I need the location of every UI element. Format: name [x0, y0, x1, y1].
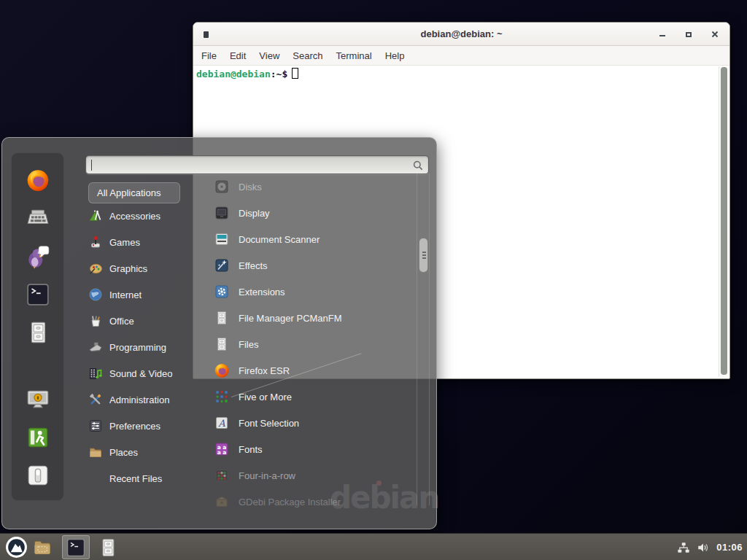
- category-label: All Applications: [97, 187, 160, 198]
- category-programming[interactable]: Programming: [88, 334, 205, 360]
- display-icon: [214, 205, 230, 221]
- terminal-scrollbar-thumb[interactable]: [721, 67, 727, 375]
- five-or-more-icon: [214, 389, 230, 405]
- terminal-scrollbar[interactable]: [719, 66, 727, 377]
- prompt-path: :~$: [271, 69, 287, 79]
- gdebi-icon: [214, 494, 230, 510]
- lock-screen-icon: [26, 387, 50, 412]
- taskbar-file-cabinet[interactable]: [96, 536, 120, 559]
- internet-icon: [88, 287, 103, 302]
- menu-scrollbar-thumb[interactable]: [419, 238, 428, 273]
- category-recent-files[interactable]: Recent Files: [88, 465, 205, 491]
- category-all-applications[interactable]: All Applications: [88, 182, 180, 203]
- firefox-icon: [214, 362, 230, 378]
- terminal-icon: [26, 282, 50, 307]
- menu-terminal[interactable]: Terminal: [330, 46, 379, 66]
- shell-prompt: debian@debian:~$: [196, 68, 298, 79]
- desktop: debian debian@debian: ~ File Edit View S…: [0, 0, 747, 560]
- app-extensions[interactable]: Extensions: [214, 279, 406, 305]
- favorite-quit[interactable]: [26, 463, 50, 488]
- category-places[interactable]: Places: [88, 439, 205, 465]
- effects-icon: [214, 257, 230, 273]
- menu-scrollbar[interactable]: [417, 174, 430, 505]
- menu-search[interactable]: Search: [286, 46, 329, 66]
- app-file-manager-pcmanfm[interactable]: File Manager PCManFM: [214, 305, 406, 331]
- svg-text:A: A: [217, 418, 225, 429]
- file-cabinet-icon: [98, 537, 118, 558]
- graphics-icon: [88, 261, 103, 276]
- terminal-titlebar[interactable]: debian@debian: ~: [193, 23, 729, 46]
- menu-button[interactable]: [4, 535, 28, 559]
- maximize-button[interactable]: [684, 30, 693, 39]
- favorites-panel: [11, 152, 64, 501]
- file-cabinet-icon: [26, 320, 50, 345]
- category-internet[interactable]: Internet: [88, 281, 205, 308]
- menu-edit[interactable]: Edit: [223, 46, 252, 66]
- favorite-pidgin[interactable]: [26, 244, 50, 269]
- shutdown-icon: [26, 463, 50, 488]
- terminal-menubar: File Edit View Search Terminal Help: [193, 46, 729, 66]
- disks-icon: [214, 179, 230, 195]
- text-caret: [91, 160, 92, 171]
- app-fonts[interactable]: a aa a Fonts: [214, 436, 406, 462]
- search-input[interactable]: [92, 157, 406, 173]
- window-controls: [658, 23, 719, 46]
- app-five-or-more[interactable]: Five or More: [214, 384, 406, 410]
- app-four-in-a-row[interactable]: Four-in-a-row: [214, 462, 406, 489]
- app-display[interactable]: Display: [214, 200, 406, 226]
- taskbar-file-manager[interactable]: [31, 536, 54, 559]
- file-cabinet-icon: [214, 310, 230, 326]
- favorite-terminal[interactable]: [26, 282, 50, 307]
- accessories-icon: [88, 209, 103, 223]
- app-disks[interactable]: Disks: [214, 174, 406, 200]
- taskbar-terminal[interactable]: [62, 535, 90, 559]
- minimize-button[interactable]: [658, 30, 667, 39]
- prompt-user-host: debian@debian: [196, 69, 271, 79]
- svg-text:a a: a a: [217, 449, 227, 456]
- document-scanner-icon: [214, 231, 230, 247]
- category-games[interactable]: Games: [88, 229, 205, 255]
- log-out-icon: [26, 425, 50, 450]
- category-accessories[interactable]: Accessories: [88, 203, 205, 229]
- system-tray: 01:06: [677, 534, 743, 560]
- terminal-icon: [66, 537, 86, 558]
- close-button[interactable]: [711, 30, 719, 39]
- menu-help[interactable]: Help: [379, 46, 411, 66]
- software-manager-icon: [26, 206, 50, 230]
- menu-file[interactable]: File: [195, 46, 223, 66]
- category-graphics[interactable]: Graphics: [88, 255, 205, 281]
- places-icon: [88, 445, 103, 459]
- search-icon: [412, 160, 424, 171]
- app-font-selection[interactable]: A Font Selection: [214, 410, 406, 436]
- menu-search-box[interactable]: [85, 155, 429, 174]
- terminal-cursor: [292, 68, 298, 79]
- terminal-title: debian@debian: ~: [193, 23, 729, 46]
- file-cabinet-icon: [214, 336, 230, 352]
- category-sound-video[interactable]: Sound & Video: [88, 360, 205, 386]
- menu-view[interactable]: View: [252, 46, 286, 66]
- app-gdebi-package-installer[interactable]: GDebi Package Installer: [214, 489, 406, 515]
- extensions-icon: [214, 284, 230, 300]
- office-icon: [88, 314, 103, 328]
- category-list: Accessories Games Graphics Internet: [88, 203, 205, 491]
- category-preferences[interactable]: Preferences: [88, 413, 205, 439]
- favorite-log-out[interactable]: [26, 425, 50, 450]
- favorite-software-manager[interactable]: [26, 206, 50, 230]
- app-files[interactable]: Files: [214, 331, 406, 357]
- favorite-firefox[interactable]: [26, 168, 50, 192]
- games-icon: [88, 235, 103, 249]
- clock[interactable]: 01:06: [716, 542, 743, 553]
- favorite-file-manager[interactable]: [26, 320, 50, 345]
- category-administration[interactable]: Administration: [88, 386, 205, 413]
- app-document-scanner[interactable]: Document Scanner: [214, 226, 406, 252]
- folder-icon: [32, 537, 53, 558]
- firefox-icon: [26, 168, 50, 192]
- font-selection-icon: A: [214, 415, 230, 431]
- favorite-lock-screen[interactable]: [26, 387, 50, 412]
- app-effects[interactable]: Effects: [214, 252, 406, 279]
- category-office[interactable]: Office: [88, 308, 205, 334]
- application-menu: All Applications Accessories Games Gra: [1, 137, 437, 529]
- network-icon[interactable]: [677, 541, 690, 554]
- volume-icon[interactable]: [697, 541, 710, 554]
- fonts-icon: a aa a: [214, 441, 230, 457]
